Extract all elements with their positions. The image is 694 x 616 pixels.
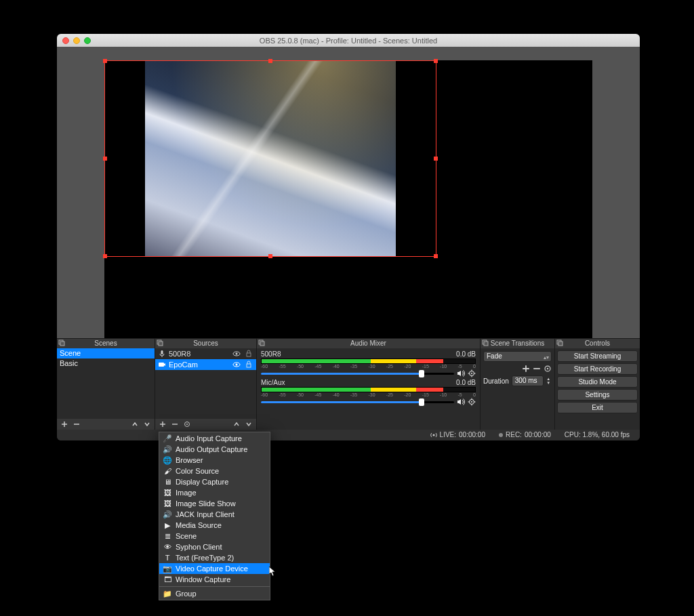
menu-item-label: Audio Input Capture: [176, 434, 242, 443]
duration-stepper[interactable]: ▲▼: [546, 377, 552, 385]
svg-point-23: [471, 401, 472, 403]
transitions-body: Fade▴▾ Duration 300 ms ▲▼: [481, 348, 554, 429]
scene-item[interactable]: Basic: [57, 358, 155, 369]
svg-point-34: [432, 434, 434, 436]
svg-rect-33: [558, 342, 563, 346]
menu-item[interactable]: 🖌Color Source: [159, 466, 270, 476]
obs-window: OBS 25.0.8 (mac) - Profile: Untitled - S…: [57, 34, 640, 440]
eye-icon[interactable]: [232, 350, 241, 358]
remove-scene-button[interactable]: [73, 421, 80, 428]
channel-name: Mic/Aux: [261, 379, 285, 387]
sources-header: Sources: [155, 339, 256, 348]
source-label: 500R8: [169, 350, 229, 358]
scene-down-button[interactable]: [144, 421, 150, 428]
menu-item[interactable]: 🖼Image Slide Show: [159, 498, 270, 509]
duration-input[interactable]: 300 ms: [512, 375, 544, 386]
channel-db: 0.0 dB: [456, 379, 476, 387]
source-label: EpoCam: [169, 361, 229, 369]
source-item[interactable]: EpoCam: [155, 359, 256, 370]
gear-icon[interactable]: [468, 398, 476, 406]
volume-slider[interactable]: [261, 401, 454, 403]
menu-item-label: JACK Input Client: [176, 510, 234, 518]
svg-rect-4: [161, 350, 163, 354]
transitions-dock: Scene Transitions Fade▴▾ Duration 300 ms…: [481, 339, 555, 429]
selection-box[interactable]: [104, 60, 436, 257]
remove-transition-button[interactable]: [533, 365, 541, 373]
svg-point-17: [471, 373, 472, 374]
eye-icon[interactable]: [232, 361, 241, 369]
start-streaming-button[interactable]: Start Streaming: [557, 350, 638, 362]
menu-item[interactable]: 🖼Image: [159, 487, 270, 498]
live-status: LIVE: 00:00:00: [430, 431, 485, 438]
lock-icon[interactable]: [244, 350, 253, 358]
menu-item[interactable]: 🗔Window Capture: [159, 574, 270, 585]
add-source-button[interactable]: [159, 421, 166, 428]
transition-settings-button[interactable]: [544, 365, 552, 373]
menu-item[interactable]: 📁Group: [159, 588, 270, 599]
sources-list[interactable]: 500R8 EpoCam: [155, 348, 256, 418]
menu-item-label: Syphon Client: [176, 543, 222, 551]
menu-item[interactable]: ≣Scene: [159, 531, 270, 541]
controls-dock: Controls Start Streaming Start Recording…: [555, 339, 640, 429]
detach-icon[interactable]: [258, 340, 265, 346]
exit-button[interactable]: Exit: [557, 402, 638, 413]
menu-item-icon: 📷: [163, 564, 171, 573]
menu-item-icon: 🖌: [163, 467, 171, 475]
detach-icon[interactable]: [482, 340, 489, 346]
menu-item[interactable]: 👁Syphon Client: [159, 541, 270, 552]
detach-icon[interactable]: [58, 340, 65, 346]
menu-item-label: Image Slide Show: [176, 499, 236, 508]
menu-item[interactable]: 🔊JACK Input Client: [159, 509, 270, 520]
menu-item-icon: 🖼: [163, 499, 171, 508]
lock-icon[interactable]: [244, 361, 253, 369]
scenes-list[interactable]: Scene Basic: [57, 348, 155, 418]
add-transition-button[interactable]: [522, 365, 530, 373]
menu-item-icon: 👁: [163, 543, 171, 551]
speaker-icon[interactable]: [457, 369, 465, 377]
add-scene-button[interactable]: [61, 421, 68, 428]
menu-item[interactable]: ▶Media Source: [159, 520, 270, 531]
source-properties-button[interactable]: [184, 421, 190, 428]
menu-item[interactable]: 🔊Audio Output Capture: [159, 444, 270, 455]
menu-item[interactable]: 🌐Browser: [159, 455, 270, 466]
mixer-header: Audio Mixer: [257, 339, 480, 348]
source-item[interactable]: 500R8: [155, 348, 256, 359]
menu-item[interactable]: TText (FreeType 2): [159, 552, 270, 563]
folder-icon: 📁: [163, 590, 171, 598]
scene-up-button[interactable]: [131, 421, 138, 428]
svg-point-31: [547, 368, 548, 369]
audio-meter: [261, 387, 476, 392]
menu-item-icon: 🌐: [163, 456, 171, 465]
studio-mode-button[interactable]: Studio Mode: [557, 376, 638, 388]
gear-icon[interactable]: [468, 369, 476, 377]
svg-rect-1: [60, 342, 64, 346]
detach-icon[interactable]: [157, 340, 163, 346]
settings-button[interactable]: Settings: [557, 389, 638, 401]
menu-item[interactable]: 🎤Audio Input Capture: [159, 433, 270, 444]
preview-area[interactable]: [57, 47, 640, 338]
menu-item-label: Browser: [176, 456, 203, 464]
remove-source-button[interactable]: [171, 421, 178, 428]
record-dot-icon: [499, 433, 503, 437]
transition-select[interactable]: Fade▴▾: [483, 351, 552, 362]
duration-label: Duration: [483, 377, 509, 385]
menu-item[interactable]: 🖥Display Capture: [159, 476, 270, 487]
scenes-header: Scenes: [57, 339, 155, 348]
preview-canvas[interactable]: [104, 60, 592, 338]
svg-rect-3: [159, 342, 163, 346]
start-recording-button[interactable]: Start Recording: [557, 363, 638, 375]
source-down-button[interactable]: [245, 421, 252, 428]
detach-icon[interactable]: [556, 340, 563, 346]
speaker-icon[interactable]: [457, 398, 465, 406]
scene-item[interactable]: Scene: [57, 348, 155, 358]
volume-slider[interactable]: [261, 373, 454, 375]
controls-body: Start Streaming Start Recording Studio M…: [555, 348, 640, 429]
svg-point-13: [186, 424, 188, 425]
menu-item-icon: 🖥: [163, 478, 171, 486]
menu-item[interactable]: 📷Video Capture Device: [159, 563, 270, 574]
menu-item-icon: ▶: [163, 521, 171, 530]
source-up-button[interactable]: [233, 421, 240, 428]
svg-rect-15: [260, 342, 264, 346]
svg-point-6: [236, 353, 238, 355]
window-title: OBS 25.0.8 (mac) - Profile: Untitled - S…: [57, 37, 640, 45]
